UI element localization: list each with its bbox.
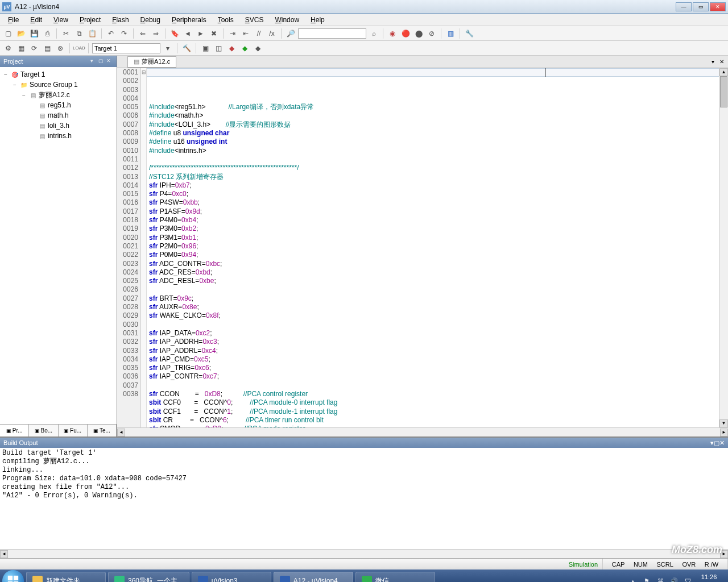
nav-fwd-icon[interactable]: ⇒ <box>150 28 162 39</box>
saveall-icon[interactable]: ⎙ <box>42 28 53 39</box>
panel-close-icon[interactable]: ✕ <box>719 439 725 447</box>
project-tab[interactable]: ▣ Bo... <box>29 425 58 436</box>
taskbar-item[interactable]: 新建文件夹 <box>26 572 106 582</box>
find-in-files-icon[interactable]: 🔎 <box>285 28 296 39</box>
menu-peripherals[interactable]: Peripherals <box>167 15 211 25</box>
save-icon[interactable]: 💾 <box>28 28 40 39</box>
tray-up-icon[interactable]: ▴ <box>628 576 638 582</box>
panel-pin-icon[interactable]: ▢ <box>714 439 719 447</box>
bookmark-clear-icon[interactable]: ✖ <box>208 28 220 39</box>
stop-build-icon[interactable]: ⊗ <box>55 43 66 54</box>
breakpoint-kill-icon[interactable]: ⊘ <box>426 28 437 39</box>
start-button[interactable] <box>2 570 24 582</box>
menu-view[interactable]: View <box>49 15 73 25</box>
manage-icon[interactable]: ◫ <box>213 43 224 54</box>
editor-tab[interactable]: ▤ 萝丽A12.c <box>127 56 176 68</box>
rebuild-icon[interactable]: ⟳ <box>28 43 40 54</box>
breakpoint-icon[interactable]: 🔴 <box>400 28 411 39</box>
open-icon[interactable]: 📂 <box>15 28 27 39</box>
indent-icon[interactable]: ⇥ <box>227 28 238 39</box>
tray-flag-icon[interactable]: ⚑ <box>642 576 651 582</box>
find-icon[interactable]: ⌕ <box>368 28 379 39</box>
tab-close-icon[interactable]: ✕ <box>718 58 726 66</box>
menu-tools[interactable]: Tools <box>213 15 238 25</box>
scroll-right-icon[interactable]: ► <box>720 429 728 436</box>
tray-shield-icon[interactable]: 🛡 <box>683 576 692 582</box>
target-dropdown-icon[interactable]: ▾ <box>162 43 173 54</box>
taskbar-item[interactable]: 360导航_一个主... <box>108 572 189 582</box>
tree-item[interactable]: −🎯Target 1 <box>2 69 114 80</box>
new-icon[interactable]: ▢ <box>2 28 14 39</box>
panel-close-icon[interactable]: ✕ <box>106 58 113 65</box>
debug-icon[interactable]: ◉ <box>387 28 398 39</box>
redo-icon[interactable]: ↷ <box>118 28 130 39</box>
tree-item[interactable]: ▤math.h <box>2 110 114 120</box>
bookmark-icon[interactable]: 🔖 <box>169 28 180 39</box>
undo-icon[interactable]: ↶ <box>105 28 117 39</box>
bookmark-prev-icon[interactable]: ◄ <box>182 28 193 39</box>
maximize-button[interactable]: ▭ <box>693 2 709 11</box>
vertical-scrollbar[interactable]: ▲ ▼ <box>719 68 728 427</box>
project-tab[interactable]: ▣ Pr... <box>0 425 29 436</box>
menu-window[interactable]: Window <box>270 15 304 25</box>
configure-icon[interactable]: 🔧 <box>464 28 475 39</box>
code-area[interactable]: 0001000200030004000500060007000800090010… <box>117 68 728 427</box>
batch-build-icon[interactable]: ▤ <box>42 43 53 54</box>
breakpoint-all-icon[interactable]: ⬤ <box>413 28 424 39</box>
tree-item[interactable]: −▤萝丽A12.c <box>2 90 114 100</box>
horizontal-scrollbar[interactable]: ◄ ► <box>117 427 728 436</box>
scroll-thumb[interactable] <box>720 76 727 107</box>
nav-back-icon[interactable]: ⇐ <box>137 28 148 39</box>
project-tab[interactable]: ▣ Te... <box>88 425 117 436</box>
menu-help[interactable]: Help <box>306 15 329 25</box>
build-output-text[interactable]: Build target 'Target 1' compiling 萝丽A12.… <box>0 448 728 549</box>
tray-network-icon[interactable]: ⌘ <box>656 576 665 582</box>
translate-icon[interactable]: ⚙ <box>2 43 14 54</box>
build-hscroll[interactable]: ◄ ► <box>0 549 728 558</box>
menu-svcs[interactable]: SVCS <box>241 15 268 25</box>
scroll-left-icon[interactable]: ◄ <box>0 550 8 558</box>
outdent-icon[interactable]: ⇤ <box>240 28 251 39</box>
menu-file[interactable]: File <box>3 15 23 25</box>
target-combo[interactable] <box>92 43 160 53</box>
find-combo[interactable] <box>298 28 366 39</box>
tab-dropdown-icon[interactable]: ▾ <box>709 58 717 66</box>
panel-pin-icon[interactable]: ▢ <box>98 58 105 65</box>
scroll-up-icon[interactable]: ▲ <box>719 68 728 76</box>
taskbar-item[interactable]: A12 - µVision4 <box>274 572 353 582</box>
scroll-left-icon[interactable]: ◄ <box>117 429 125 436</box>
uncomment-icon[interactable]: /x <box>266 28 278 39</box>
taskbar-item[interactable]: uVision3 <box>192 572 271 582</box>
menu-project[interactable]: Project <box>75 15 105 25</box>
cut-icon[interactable]: ✂ <box>60 28 72 39</box>
file-ext-icon[interactable]: ▣ <box>200 43 211 54</box>
copy-icon[interactable]: ⧉ <box>73 28 85 39</box>
tree-item[interactable]: ▤loli_3.h <box>2 120 114 131</box>
clock-time[interactable]: 11:26 <box>697 573 721 581</box>
menu-flash[interactable]: Flash <box>107 15 133 25</box>
tree-item[interactable]: ▤intrins.h <box>2 131 114 141</box>
download-icon[interactable]: LOAD <box>73 43 85 54</box>
window-icon[interactable]: ▥ <box>445 28 456 39</box>
scroll-down-icon[interactable]: ▼ <box>719 419 728 427</box>
minimize-button[interactable]: — <box>676 2 692 11</box>
tree-item[interactable]: −📁Source Group 1 <box>2 80 114 90</box>
scroll-right-icon[interactable]: ► <box>720 550 728 558</box>
bookmark-next-icon[interactable]: ► <box>195 28 206 39</box>
comment-icon[interactable]: // <box>253 28 264 39</box>
code-text[interactable]: #include<reg51.h> //Large编译，否则xdata异常#in… <box>147 68 719 427</box>
project-tab[interactable]: ▣ Fu... <box>59 425 88 436</box>
paste-icon[interactable]: 📋 <box>86 28 98 39</box>
close-button[interactable]: ✕ <box>710 2 726 11</box>
books3-icon[interactable]: ◆ <box>252 43 263 54</box>
books2-icon[interactable]: ◆ <box>239 43 250 54</box>
books-icon[interactable]: ◆ <box>226 43 237 54</box>
project-tree[interactable]: −🎯Target 1−📁Source Group 1−▤萝丽A12.c ▤reg… <box>0 67 117 424</box>
tree-item[interactable]: ▤reg51.h <box>2 100 114 110</box>
panel-dropdown-icon[interactable]: ▾ <box>90 58 97 65</box>
build-icon[interactable]: ▦ <box>15 43 27 54</box>
fold-column[interactable]: ⊟ <box>141 68 147 427</box>
menu-edit[interactable]: Edit <box>26 15 47 25</box>
options-icon[interactable]: 🔨 <box>181 43 192 54</box>
tray-volume-icon[interactable]: 🔊 <box>669 576 679 582</box>
